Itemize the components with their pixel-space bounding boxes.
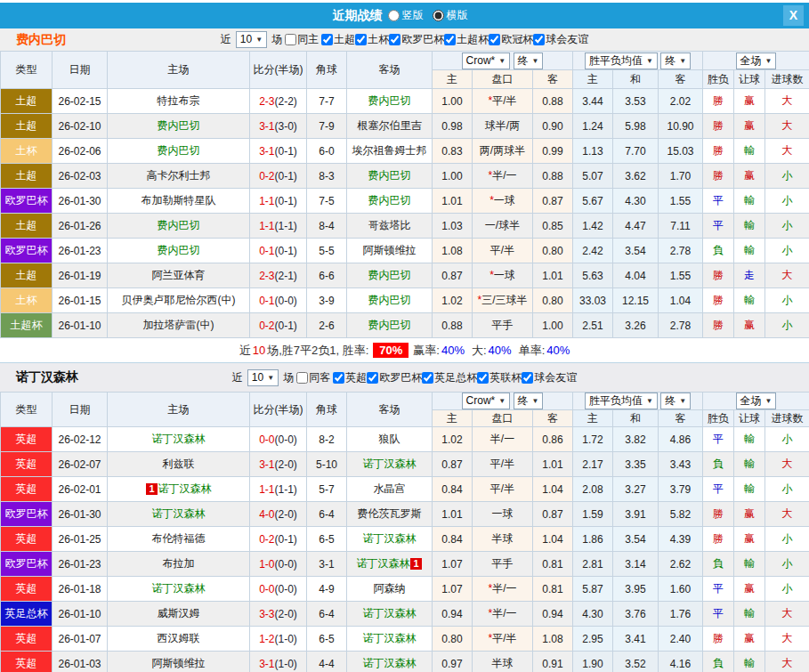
same-venue-filter-2[interactable]: 同客 bbox=[296, 370, 330, 385]
games-count-value: 10 bbox=[252, 371, 263, 385]
layout-radio-horizontal[interactable]: 横版 bbox=[433, 8, 468, 23]
same-venue-checkbox[interactable] bbox=[285, 34, 296, 45]
result-goals: 小 bbox=[765, 552, 809, 577]
home-team-name: 高卡尔利士邦 bbox=[147, 169, 211, 182]
avg-away-odds: 7.11 bbox=[659, 214, 703, 239]
corner-score: 6-4 bbox=[307, 602, 347, 627]
match-score: 3-1(1-0) bbox=[250, 652, 307, 672]
home-team: 阿兰亚体育 bbox=[108, 263, 250, 288]
league-filter[interactable]: 英超 bbox=[333, 370, 367, 385]
away-team: 费伦茨瓦罗斯 bbox=[347, 502, 433, 527]
league-checkbox[interactable] bbox=[533, 34, 545, 45]
match-score: 3-1(3-0) bbox=[250, 114, 307, 139]
away-team-name: 水晶宫 bbox=[374, 482, 406, 495]
avg-home-odds: 1.86 bbox=[573, 527, 613, 552]
crow-handicap: 平手 bbox=[473, 552, 533, 577]
filterbar-1: 费内巴切 近 10▼ 场 同主 土超土杯欧罗巴杯土超杯欧冠杯球会友谊 bbox=[0, 28, 809, 51]
match-score: 1-1(1-1) bbox=[250, 214, 307, 239]
crow-home-odds: 1.07 bbox=[433, 577, 473, 602]
league-checkbox[interactable] bbox=[444, 34, 456, 45]
full-match-select[interactable]: 全场▼ bbox=[736, 393, 777, 409]
league-checkbox[interactable] bbox=[321, 34, 333, 45]
result-handicap: 輸 bbox=[734, 214, 765, 239]
games-count-select-1[interactable]: 10▼ bbox=[236, 31, 267, 48]
away-team: 费内巴切 bbox=[347, 164, 433, 189]
match-score: 1-2(1-0) bbox=[250, 627, 307, 652]
col-away: 客场 bbox=[347, 52, 433, 89]
summary-big-label: 大: bbox=[472, 343, 487, 359]
vertical-radio-input[interactable] bbox=[388, 10, 400, 21]
match-date: 26-01-23 bbox=[53, 239, 108, 263]
final-select-2[interactable]: 终▼ bbox=[660, 393, 691, 409]
crow-away-odds: 1.01 bbox=[533, 263, 573, 288]
league-checkbox[interactable] bbox=[333, 372, 344, 384]
league-checkbox[interactable] bbox=[522, 372, 533, 384]
match-score: 0-2(0-1) bbox=[250, 164, 307, 189]
result-goals: 大 bbox=[765, 263, 809, 288]
away-team: 费内巴切 bbox=[347, 89, 433, 114]
halftime-score: (1-1) bbox=[275, 483, 297, 496]
league-filter[interactable]: 欧罗巴杯 bbox=[389, 32, 444, 47]
avg-select[interactable]: 胜平负均值▼ bbox=[585, 53, 658, 69]
same-venue-filter-1[interactable]: 同主 bbox=[285, 32, 319, 47]
avg-select[interactable]: 胜平负均值▼ bbox=[585, 393, 658, 409]
crow-group-header: Crow*▼ 终▼ bbox=[433, 393, 573, 410]
corner-score: 4-9 bbox=[307, 577, 347, 602]
result-handicap: 走 bbox=[734, 263, 765, 288]
result-goals: 小 bbox=[765, 214, 809, 239]
league-checkbox[interactable] bbox=[477, 372, 489, 384]
result-goals: 大 bbox=[765, 89, 809, 114]
layout-radio-vertical[interactable]: 竖版 bbox=[388, 8, 424, 23]
result-goals: 小 bbox=[765, 313, 809, 338]
away-team: 诺丁汉森林 bbox=[347, 452, 433, 477]
league-filter[interactable]: 英联杯 bbox=[477, 370, 522, 385]
bookmaker-select[interactable]: Crow*▼ bbox=[462, 393, 511, 409]
league-checkbox[interactable] bbox=[389, 34, 400, 45]
league-filter[interactable]: 土超 bbox=[321, 32, 355, 47]
result-wdl: 勝 bbox=[703, 114, 734, 139]
result-handicap: 赢 bbox=[734, 313, 765, 338]
away-team-name: 阿斯顿维拉 bbox=[363, 244, 417, 256]
match-table-1: 类型 日期 主场 比分(半场) 角球 客场 Crow*▼ 终▼ 胜平负均值▼ 终… bbox=[0, 51, 809, 338]
crow-home-odds: 1.02 bbox=[433, 288, 473, 313]
handicap-text: 半/一 bbox=[492, 169, 516, 182]
league-checkbox[interactable] bbox=[355, 34, 367, 45]
league-filter[interactable]: 土杯 bbox=[355, 32, 389, 47]
league-badge: 土超 bbox=[1, 89, 53, 114]
result-goals: 小 bbox=[765, 577, 809, 602]
same-venue-checkbox[interactable] bbox=[296, 372, 308, 384]
away-team-name: 费内巴切 bbox=[368, 319, 411, 331]
home-team-name: 布拉加 bbox=[163, 557, 195, 570]
league-filter[interactable]: 英足总杯 bbox=[422, 370, 477, 385]
league-filter[interactable]: 球会友谊 bbox=[533, 32, 588, 47]
league-filter[interactable]: 球会友谊 bbox=[522, 370, 577, 385]
corner-score: 7-7 bbox=[307, 89, 347, 114]
crow-away-odds: 0.81 bbox=[533, 552, 573, 577]
games-count-select-2[interactable]: 10▼ bbox=[247, 369, 279, 386]
home-team-name: 威斯汉姆 bbox=[158, 607, 200, 619]
horizontal-radio-input[interactable] bbox=[433, 10, 444, 21]
full-match-select[interactable]: 全场▼ bbox=[736, 53, 777, 69]
avg-draw-odds: 3.35 bbox=[613, 452, 659, 477]
bookmaker-select[interactable]: Crow*▼ bbox=[462, 53, 511, 69]
final-select[interactable]: 终▼ bbox=[514, 53, 544, 69]
crow-away-odds: 0.90 bbox=[533, 114, 573, 139]
crow-home-odds: 0.94 bbox=[433, 602, 473, 627]
league-filter[interactable]: 土超杯 bbox=[444, 32, 489, 47]
match-score: 3-3(2-0) bbox=[250, 602, 307, 627]
league-checkbox[interactable] bbox=[489, 34, 500, 45]
league-checkbox[interactable] bbox=[367, 372, 378, 384]
final-select-2[interactable]: 终▼ bbox=[660, 53, 691, 69]
league-checkbox[interactable] bbox=[422, 372, 433, 384]
halftime-score: (0-1) bbox=[275, 145, 297, 158]
corner-score: 6-4 bbox=[307, 502, 347, 527]
home-team: 布拉加 bbox=[108, 552, 250, 577]
league-filter[interactable]: 欧冠杯 bbox=[489, 32, 533, 47]
close-icon[interactable]: X bbox=[783, 5, 804, 26]
league-filter[interactable]: 欧罗巴杯 bbox=[367, 370, 422, 385]
away-team-name: 费内巴切 bbox=[368, 269, 411, 281]
home-team: 高卡尔利士邦 bbox=[108, 164, 250, 189]
final-select[interactable]: 终▼ bbox=[514, 393, 544, 409]
crow-away-odds: 0.87 bbox=[533, 189, 573, 214]
match-row: 英足总杯26-01-10威斯汉姆3-3(2-0)6-4诺丁汉森林0.94*半/一… bbox=[1, 602, 809, 627]
